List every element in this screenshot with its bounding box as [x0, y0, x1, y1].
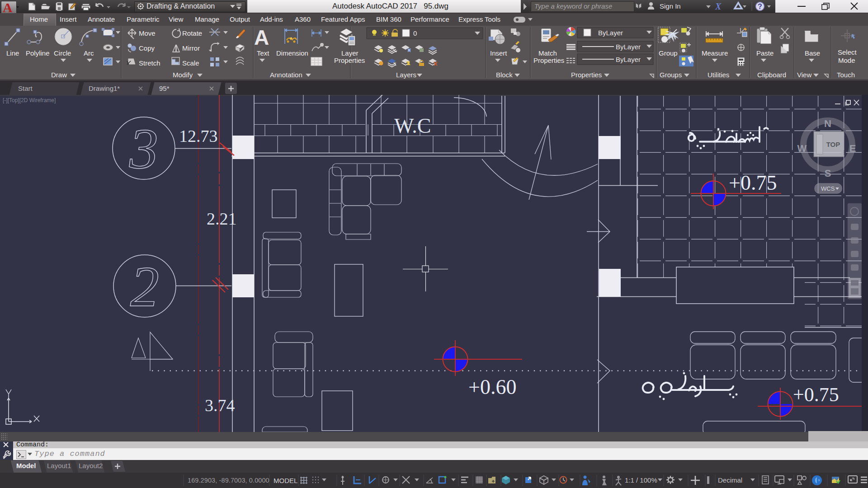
svg-text:ByLayer: ByLayer: [616, 43, 641, 51]
svg-text:Copy: Copy: [139, 44, 155, 52]
svg-text:Mode: Mode: [838, 56, 855, 64]
svg-text:Group: Group: [659, 49, 678, 57]
svg-text:Polyline: Polyline: [26, 49, 50, 57]
svg-text:Properties: Properties: [334, 56, 365, 64]
svg-text:WCS: WCS: [821, 185, 835, 192]
svg-text:Paste: Paste: [756, 49, 774, 57]
svg-text:Layer: Layer: [341, 49, 359, 57]
svg-text:Modify: Modify: [173, 71, 193, 79]
svg-text:3: 3: [129, 117, 158, 181]
svg-text:?: ?: [758, 3, 762, 10]
svg-text:Arc: Arc: [84, 49, 94, 57]
svg-text:2: 2: [130, 254, 159, 319]
svg-text:A: A: [254, 26, 269, 49]
svg-text:3.74: 3.74: [205, 396, 235, 415]
svg-text:ByLayer: ByLayer: [598, 29, 623, 37]
svg-text:ByLayer: ByLayer: [616, 56, 641, 63]
svg-text:[-][Top][2D Wireframe]: [-][Top][2D Wireframe]: [3, 97, 56, 103]
svg-text:Dimension: Dimension: [276, 49, 308, 57]
svg-text:Insert: Insert: [490, 49, 507, 57]
svg-text:X: X: [715, 1, 722, 11]
svg-text:Rotate: Rotate: [182, 29, 202, 37]
svg-text:Draw: Draw: [51, 71, 67, 79]
svg-text:Match: Match: [538, 49, 557, 57]
svg-text:Layers: Layers: [396, 71, 416, 79]
svg-text:Text: Text: [257, 49, 269, 57]
svg-text:Stretch: Stretch: [139, 59, 160, 67]
svg-text:W.C: W.C: [394, 114, 431, 137]
svg-text:TOP: TOP: [826, 141, 840, 148]
svg-text:Scale: Scale: [182, 59, 199, 67]
svg-text:+0.60: +0.60: [468, 375, 516, 399]
svg-text:Utilities: Utilities: [708, 71, 729, 79]
svg-text:E: E: [849, 143, 856, 154]
svg-text:Circle: Circle: [54, 49, 71, 57]
svg-text:Mirror: Mirror: [182, 44, 200, 52]
svg-text:Line: Line: [6, 49, 19, 57]
svg-text:Sign In: Sign In: [660, 2, 681, 10]
svg-text:View: View: [797, 71, 811, 79]
svg-text:0: 0: [413, 29, 417, 37]
svg-text:+0.75: +0.75: [793, 384, 839, 406]
svg-text:Base: Base: [805, 49, 820, 57]
svg-text:Properties: Properties: [571, 71, 602, 79]
svg-text:Move: Move: [139, 29, 156, 37]
svg-text:S: S: [825, 168, 831, 179]
svg-text:+0.75: +0.75: [729, 171, 777, 194]
svg-text:Annotation: Annotation: [270, 71, 302, 79]
svg-text:Select: Select: [838, 48, 857, 56]
svg-text:Properties: Properties: [533, 56, 564, 64]
svg-text:Measure: Measure: [702, 49, 728, 57]
svg-text:Touch: Touch: [837, 71, 855, 79]
svg-text:Groups: Groups: [660, 71, 682, 79]
svg-text:W: W: [797, 143, 807, 154]
svg-text:N: N: [824, 118, 831, 129]
svg-text:12.73: 12.73: [179, 127, 218, 145]
svg-text:Block: Block: [496, 71, 513, 79]
svg-text:Clipboard: Clipboard: [757, 71, 786, 79]
svg-text:2.21: 2.21: [207, 209, 237, 228]
